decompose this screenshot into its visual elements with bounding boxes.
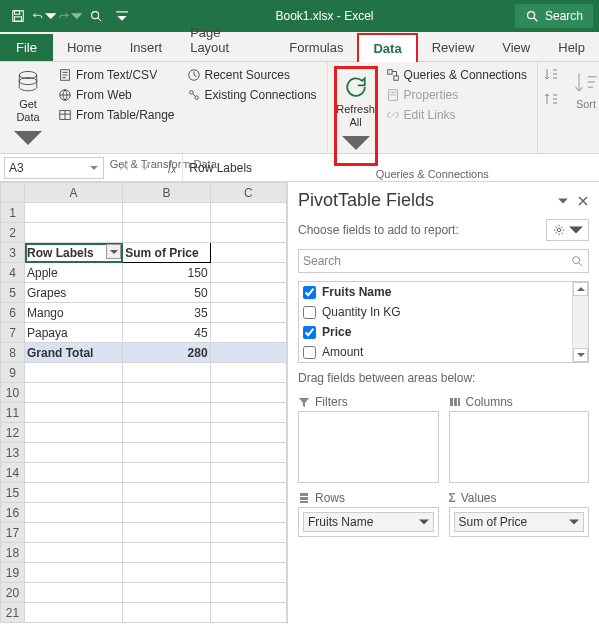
col-header-a[interactable]: A [25, 183, 123, 203]
cell[interactable]: Papaya [25, 323, 123, 343]
row-header[interactable]: 20 [1, 583, 25, 603]
chevron-down-icon[interactable] [419, 517, 429, 527]
field-list-scrollbar[interactable] [572, 282, 588, 362]
tab-data[interactable]: Data [357, 33, 417, 62]
field-checkbox[interactable] [303, 326, 316, 339]
sort-za-icon[interactable] [544, 91, 560, 110]
area-item-rows[interactable]: Fruits Name [303, 512, 434, 532]
filter-dropdown-icon[interactable] [106, 244, 121, 259]
rows-drop-area[interactable]: Fruits Name [298, 507, 439, 537]
touch-icon[interactable] [84, 4, 108, 28]
tab-review[interactable]: Review [418, 34, 489, 61]
properties-button[interactable]: Properties [382, 86, 531, 104]
field-item[interactable]: Quantity In KG [299, 302, 572, 322]
row-header[interactable]: 1 [1, 203, 25, 223]
cell[interactable]: Mango [25, 303, 123, 323]
cell-grand-total-label[interactable]: Grand Total [25, 343, 123, 363]
field-checkbox[interactable] [303, 346, 316, 359]
area-item-values[interactable]: Sum of Price [454, 512, 585, 532]
svg-rect-20 [454, 398, 457, 406]
row-header[interactable]: 18 [1, 543, 25, 563]
fx-icon[interactable]: fx [162, 159, 182, 175]
cell[interactable]: 45 [123, 323, 210, 343]
columns-area-header: Columns [449, 393, 590, 411]
field-checkbox[interactable] [303, 306, 316, 319]
chevron-down-icon[interactable] [569, 517, 579, 527]
col-header-b[interactable]: B [123, 183, 210, 203]
row-header[interactable]: 17 [1, 523, 25, 543]
row-header[interactable]: 15 [1, 483, 25, 503]
recent-sources-button[interactable]: Recent Sources [183, 66, 321, 84]
columns-drop-area[interactable] [449, 411, 590, 483]
row-header[interactable]: 12 [1, 423, 25, 443]
search-box[interactable]: Search [515, 4, 593, 28]
accept-formula-icon[interactable] [140, 160, 152, 175]
undo-icon[interactable] [32, 4, 56, 28]
cell[interactable]: Grapes [25, 283, 123, 303]
globe-icon [58, 88, 72, 102]
row-header[interactable]: 5 [1, 283, 25, 303]
field-item[interactable]: Fruits Name [299, 282, 572, 302]
scroll-up-icon[interactable] [573, 282, 588, 296]
values-area-header: ΣValues [449, 489, 590, 507]
row-header[interactable]: 9 [1, 363, 25, 383]
close-icon[interactable] [577, 195, 589, 207]
save-icon[interactable] [6, 4, 30, 28]
spreadsheet-grid[interactable]: A B C 1 2 3 Row Labels Sum of Price 4App… [0, 182, 287, 624]
field-checkbox[interactable] [303, 286, 316, 299]
field-search-input[interactable]: Search [298, 249, 589, 273]
tab-insert[interactable]: Insert [116, 34, 177, 61]
formula-input[interactable]: Row Labels [182, 154, 599, 181]
cancel-formula-icon[interactable] [118, 160, 130, 175]
tab-help[interactable]: Help [544, 34, 599, 61]
tab-page-layout[interactable]: Page Layout [176, 19, 275, 61]
row-header[interactable]: 8 [1, 343, 25, 363]
from-web-button[interactable]: From Web [54, 86, 179, 104]
settings-button[interactable] [546, 219, 589, 241]
cell[interactable]: Apple [25, 263, 123, 283]
edit-links-button[interactable]: Edit Links [382, 106, 531, 124]
name-box[interactable]: A3 [4, 157, 104, 179]
sort-icon [572, 68, 599, 96]
sort-button[interactable]: Sort [564, 66, 599, 113]
row-header[interactable]: 11 [1, 403, 25, 423]
cell-grand-total-value[interactable]: 280 [123, 343, 210, 363]
row-header[interactable]: 3 [1, 243, 25, 263]
row-header[interactable]: 10 [1, 383, 25, 403]
refresh-all-button[interactable]: Refresh All [334, 66, 378, 166]
qat-more-icon[interactable] [110, 4, 134, 28]
tab-view[interactable]: View [488, 34, 544, 61]
row-header[interactable]: 13 [1, 443, 25, 463]
row-header[interactable]: 4 [1, 263, 25, 283]
cell[interactable]: 35 [123, 303, 210, 323]
tab-home[interactable]: Home [53, 34, 116, 61]
row-header[interactable]: 6 [1, 303, 25, 323]
chevron-down-icon[interactable] [557, 195, 569, 207]
cell-a3[interactable]: Row Labels [25, 243, 123, 263]
cell[interactable]: 50 [123, 283, 210, 303]
row-header[interactable]: 2 [1, 223, 25, 243]
scroll-down-icon[interactable] [573, 348, 588, 362]
get-data-button[interactable]: Get Data [6, 66, 50, 156]
existing-connections-button[interactable]: Existing Connections [183, 86, 321, 104]
row-header[interactable]: 16 [1, 503, 25, 523]
tab-formulas[interactable]: Formulas [275, 34, 357, 61]
from-table-button[interactable]: From Table/Range [54, 106, 179, 124]
from-text-csv-button[interactable]: From Text/CSV [54, 66, 179, 84]
row-header[interactable]: 21 [1, 603, 25, 623]
queries-connections-button[interactable]: Queries & Connections [382, 66, 531, 84]
tab-file[interactable]: File [0, 34, 53, 61]
col-header-c[interactable]: C [210, 183, 286, 203]
filters-drop-area[interactable] [298, 411, 439, 483]
row-header[interactable]: 7 [1, 323, 25, 343]
values-drop-area[interactable]: Sum of Price [449, 507, 590, 537]
select-all-corner[interactable] [1, 183, 25, 203]
redo-icon[interactable] [58, 4, 82, 28]
row-header[interactable]: 19 [1, 563, 25, 583]
field-item[interactable]: Price [299, 322, 572, 342]
cell[interactable]: 150 [123, 263, 210, 283]
row-header[interactable]: 14 [1, 463, 25, 483]
cell-b3[interactable]: Sum of Price [123, 243, 210, 263]
field-item[interactable]: Amount [299, 342, 572, 362]
sort-az-icon[interactable] [544, 66, 560, 85]
